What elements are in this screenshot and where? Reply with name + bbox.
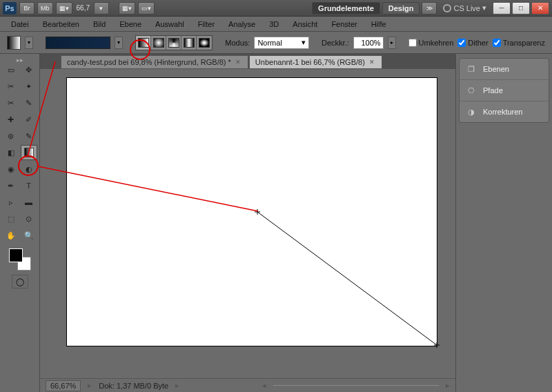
tool-preset-dropdown[interactable]: ▾ (25, 37, 33, 49)
transparency-checkbox[interactable]: Transparenz (493, 39, 545, 47)
canvas[interactable] (66, 77, 437, 346)
view-extras-button[interactable]: ▦▾ (56, 2, 72, 14)
adjustments-icon: ◑ (465, 106, 477, 118)
stamp-tool[interactable]: ⊛ (3, 128, 19, 144)
3d-camera-tool[interactable]: ⊙ (21, 211, 37, 226)
wand-tool[interactable]: ✦ (21, 79, 37, 94)
reverse-checkbox[interactable]: Umkehren (408, 39, 454, 47)
crop-tool[interactable]: ✂ (3, 95, 19, 110)
3d-tool[interactable]: ⬚ (3, 211, 19, 226)
tab-close-icon[interactable]: ✕ (235, 59, 242, 66)
tab-candy-test[interactable]: candy-test.psd bei 69,8% (Hintergrund, R… (61, 55, 248, 69)
panel-korrekturen[interactable]: ◑ Korrekturen (460, 101, 549, 122)
workspace-more[interactable]: ≫ (422, 2, 437, 14)
tab-unbenannt-1[interactable]: Unbenannt-1 bei 66,7% (RGB/8) ✕ (249, 55, 382, 69)
marquee-tool[interactable]: ▭ (3, 62, 19, 77)
panel-pfade[interactable]: ⎔ Pfade (460, 80, 549, 101)
minimize-button[interactable]: ─ (493, 2, 511, 14)
status-doc: Dok: 1,37 MB/0 Byte (99, 382, 168, 390)
menu-bearbeiten[interactable]: Bearbeiten (36, 18, 86, 30)
shape-tool[interactable]: ▬ (21, 195, 37, 210)
gradient-preview[interactable] (46, 37, 111, 49)
mode-dropdown[interactable]: Normal▾ (254, 37, 309, 49)
layers-icon: ❐ (465, 63, 477, 75)
eyedropper-tool[interactable]: ✎ (21, 95, 37, 110)
arrange-docs-button[interactable]: ▦▾ (119, 2, 135, 14)
mode-value: Normal (257, 39, 282, 47)
gradient-diamond[interactable] (197, 36, 212, 50)
menu-fenster[interactable]: Fenster (324, 18, 364, 30)
tool-preset-icon[interactable] (7, 36, 21, 50)
dodge-tool[interactable]: ◐ (21, 161, 37, 177)
options-bar: ▾ ▾ Modus: Normal▾ Deckkr.: 100% ▸ Umkeh… (0, 32, 552, 54)
quickmask-toggle[interactable]: ◯ (12, 275, 28, 288)
cslive-label: CS Live (453, 4, 480, 12)
hand-tool[interactable]: ✋ (3, 228, 19, 243)
foreground-color[interactable] (9, 248, 23, 262)
heal-tool[interactable]: ✚ (3, 112, 19, 127)
color-swatches[interactable] (9, 248, 31, 271)
path-select-tool[interactable]: ▹ (3, 195, 19, 210)
zoom-tool[interactable]: 🔍 (21, 228, 37, 243)
document-tabs: candy-test.psd bei 69,8% (Hintergrund, R… (40, 54, 455, 69)
menu-hilfe[interactable]: Hilfe (364, 18, 393, 30)
blur-tool[interactable]: ◉ (3, 161, 19, 177)
move-tool[interactable]: ✥ (21, 62, 37, 77)
status-zoom[interactable]: 66,67% (46, 380, 81, 391)
eraser-tool[interactable]: ◧ (3, 145, 19, 160)
gradient-reflected[interactable] (181, 36, 197, 50)
opacity-field[interactable]: 100% (353, 37, 384, 49)
canvas-area[interactable] (40, 69, 455, 378)
gradient-radial[interactable] (151, 36, 166, 50)
mode-label: Modus: (225, 39, 250, 47)
zoom-dropdown[interactable]: ▾ (94, 2, 109, 14)
menu-ansicht[interactable]: Ansicht (286, 18, 324, 30)
pen-tool[interactable]: ✒ (3, 178, 19, 193)
workspace: candy-test.psd bei 69,8% (Hintergrund, R… (40, 54, 455, 392)
panel-label: Korrekturen (483, 108, 522, 116)
bridge-button[interactable]: Br (19, 2, 34, 14)
history-brush-tool[interactable]: ✎ (21, 128, 37, 144)
menu-bild[interactable]: Bild (86, 18, 112, 30)
cslive-icon (443, 4, 451, 12)
paths-icon: ⎔ (465, 84, 477, 97)
gradient-angle[interactable] (166, 36, 181, 50)
opacity-label: Deckkr.: (322, 39, 349, 47)
lasso-tool[interactable]: ✂ (3, 79, 19, 94)
menu-datei[interactable]: Datei (4, 18, 36, 30)
menu-analyse[interactable]: Analyse (221, 18, 262, 30)
toolbox: ▸▸ ▭✥ ✂✦ ✂✎ ✚✐ ⊛✎ ◧ ◉◐ ✒T ▹▬ ⬚⊙ ✋🔍 ◯ (0, 54, 40, 392)
tab-label: candy-test.psd bei 69,8% (Hintergrund, R… (67, 58, 231, 66)
title-bar: Ps Br Mb ▦▾ 66,7 ▾ ▦▾ ▭▾ Grundelemente D… (0, 0, 552, 17)
menu-auswahl[interactable]: Auswahl (148, 18, 191, 30)
tab-close-icon[interactable]: ✕ (369, 59, 376, 66)
status-bar: 66,67% ▸ Dok: 1,37 MB/0 Byte ▸ ◂ ▸ (40, 378, 455, 392)
gradient-type-group (135, 35, 213, 50)
panel-ebenen[interactable]: ❐ Ebenen (460, 59, 549, 80)
app-logo: Ps (3, 2, 17, 14)
close-button[interactable]: ✕ (531, 2, 549, 14)
tab-label: Unbenannt-1 bei 66,7% (RGB/8) (255, 58, 365, 66)
opacity-slider[interactable]: ▸ (388, 37, 396, 49)
gradient-linear[interactable] (136, 36, 151, 50)
gradient-picker-dropdown[interactable]: ▾ (115, 37, 123, 49)
brush-tool[interactable]: ✐ (21, 112, 37, 127)
workspace-essentials[interactable]: Grundelemente (312, 2, 380, 14)
minibridge-button[interactable]: Mb (37, 2, 53, 14)
gradient-tool[interactable] (21, 145, 37, 160)
cslive-button[interactable]: CS Live ▾ (439, 3, 491, 12)
maximize-button[interactable]: □ (512, 2, 530, 14)
zoom-value: 66,7 (75, 4, 91, 12)
menu-filter[interactable]: Filter (191, 18, 221, 30)
screen-mode-button[interactable]: ▭▾ (138, 2, 155, 14)
panel-label: Pfade (483, 86, 503, 95)
panel-label: Ebenen (483, 65, 509, 73)
opacity-value: 100% (361, 39, 380, 47)
menu-ebene[interactable]: Ebene (112, 18, 148, 30)
dither-checkbox[interactable]: Dither (457, 39, 488, 47)
menu-3d[interactable]: 3D (262, 18, 286, 30)
panel-dock: ❐ Ebenen ⎔ Pfade ◑ Korrekturen (455, 54, 552, 392)
menu-bar: Datei Bearbeiten Bild Ebene Auswahl Filt… (0, 17, 552, 32)
type-tool[interactable]: T (21, 178, 37, 193)
workspace-design[interactable]: Design (382, 2, 420, 14)
